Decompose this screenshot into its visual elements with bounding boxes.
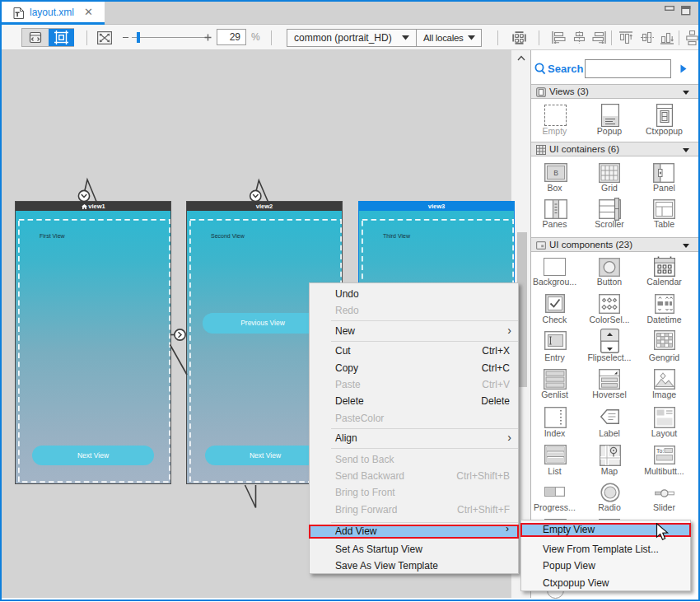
svg-text:To:: To: xyxy=(656,448,664,454)
svg-text:B: B xyxy=(553,169,558,177)
